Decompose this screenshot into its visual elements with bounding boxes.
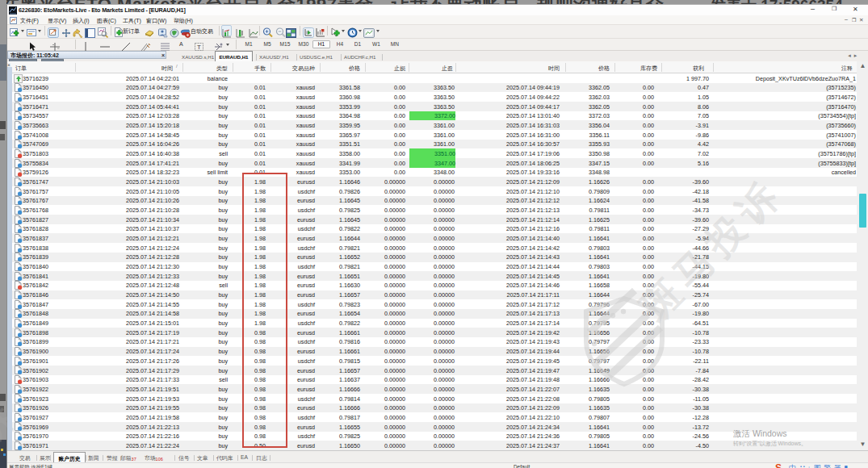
svg-text:T: T bbox=[197, 44, 201, 51]
svg-text:斑马投诉: 斑马投诉 bbox=[631, 170, 790, 329]
